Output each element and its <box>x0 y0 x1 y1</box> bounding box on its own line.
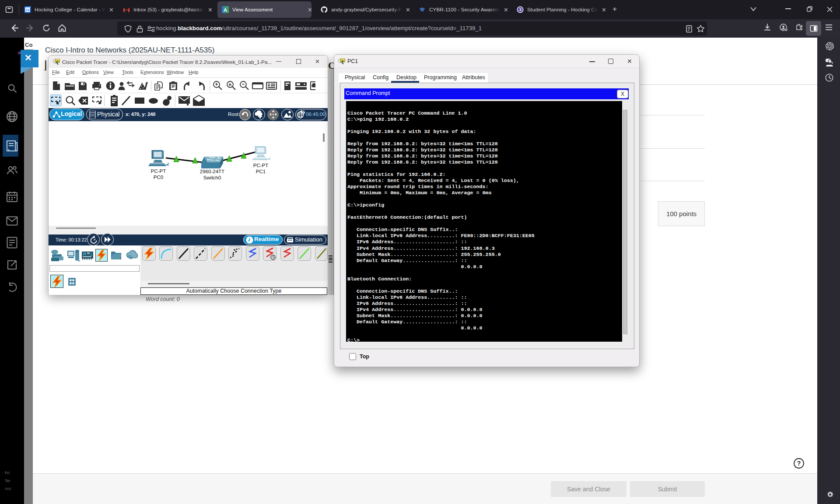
svg-text:PC0: PC0 <box>154 175 163 180</box>
svg-text:R: R <box>229 83 232 87</box>
svg-text:3: 3 <box>519 7 522 12</box>
svg-text:?: ? <box>797 460 801 467</box>
svg-text:31: 31 <box>26 8 29 12</box>
svg-text:2960-24TT: 2960-24TT <box>200 169 224 174</box>
svg-text:PC1: PC1 <box>256 169 266 174</box>
svg-text:PC-PT: PC-PT <box>253 163 269 168</box>
svg-text:PC-PT: PC-PT <box>151 168 166 174</box>
svg-text:Switch0: Switch0 <box>203 175 221 180</box>
